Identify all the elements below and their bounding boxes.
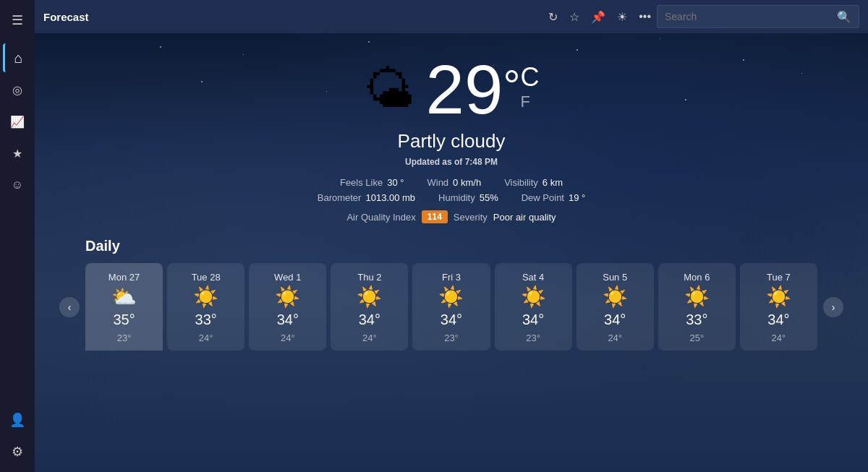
humidity-value: 55% [480,192,498,203]
forecast-day-3[interactable]: Thu 2 ☀️ 34° 24° [331,263,408,351]
day-weather-icon: ☀️ [438,287,464,307]
visibility: Visibility 6 km [504,177,563,188]
day-low-temp: 24° [199,332,213,343]
forecast-day-2[interactable]: Wed 1 ☀️ 34° 24° [249,263,326,351]
brightness-icon[interactable]: ☀ [617,10,627,24]
day-high-temp: 35° [113,312,135,328]
refresh-icon[interactable]: ↻ [548,10,558,24]
day-low-temp: 24° [772,332,786,343]
forecast-day-1[interactable]: Tue 28 ☀️ 33° 24° [167,263,244,351]
barometer-value: 1013.00 mb [365,192,415,203]
day-low-temp: 24° [281,332,295,343]
more-icon[interactable]: ••• [639,10,651,23]
forecast-day-0[interactable]: Mon 27 ⛅ 35° 23° [85,263,163,351]
forecast-day-7[interactable]: Mon 6 ☀️ 33° 25° [658,263,736,351]
weather-area: 🌤 29 ° C F Partly cloudy Updated as of 7… [35,33,868,472]
daily-title: Daily [85,238,817,254]
weather-content: 🌤 29 ° C F Partly cloudy Updated as of 7… [35,33,868,223]
historical-icon: 📈 [10,115,25,129]
fahrenheit-unit[interactable]: F [520,93,539,111]
dew-point-value: 19 ° [569,192,585,203]
forecast-day-6[interactable]: Sun 5 ☀️ 34° 24° [576,263,654,351]
day-name: Mon 27 [109,272,140,283]
aqi-badge: 114 [422,210,448,223]
day-weather-icon: ⛅ [111,287,137,307]
sidebar-item-historical[interactable]: 📈 [3,107,32,136]
carousel-next-button[interactable]: › [823,297,843,317]
titlebar-actions: ↻ ☆ 📌 ☀ ••• [548,10,651,24]
day-high-temp: 33° [686,312,707,328]
feels-like-label: Feels Like [340,177,383,188]
temperature-display: 29 ° C F [426,55,540,124]
sidebar-item-favorites[interactable]: ★ [3,139,32,168]
forecast-day-4[interactable]: Fri 3 ☀️ 34° 23° [412,263,490,351]
day-high-temp: 34° [767,312,789,328]
day-high-temp: 33° [195,312,217,328]
day-low-temp: 24° [362,332,377,343]
app-title: Forecast [43,11,89,23]
sidebar-item-home[interactable]: ⌂ [3,43,32,72]
day-name: Thu 2 [357,272,381,283]
sidebar-item-maps[interactable]: ◎ [3,75,32,104]
maps-icon: ◎ [12,83,22,97]
celsius-unit[interactable]: C [520,62,539,93]
wind-label: Wind [427,177,448,188]
forecast-day-8[interactable]: Tue 7 ☀️ 34° 24° [740,263,817,351]
day-low-temp: 23° [444,332,459,343]
day-name: Mon 6 [684,272,710,283]
forecast-day-5[interactable]: Sat 4 ☀️ 34° 23° [495,263,572,351]
day-weather-icon: ☀️ [275,287,300,307]
barometer: Barometer 1013.00 mb [318,192,415,203]
favorite-icon[interactable]: ☆ [569,10,579,24]
day-low-temp: 24° [608,332,622,343]
home-icon: ⌂ [14,50,22,66]
condition-text: Partly cloudy [398,130,506,153]
day-weather-icon: ☀️ [684,287,710,307]
day-name: Sat 4 [522,272,544,283]
pin-icon[interactable]: 📌 [591,10,605,24]
sidebar-item-account[interactable]: 👤 [3,406,32,434]
day-high-temp: 34° [277,312,299,328]
forecast-days: Mon 27 ⛅ 35° 23° Tue 28 ☀️ 33° 24° Wed 1… [85,263,817,351]
day-name: Fri 3 [442,272,461,283]
severity-value: Poor air quality [493,212,556,223]
barometer-label: Barometer [318,192,362,203]
wind-value: 0 km/h [453,177,481,188]
day-name: Tue 28 [192,272,221,283]
aqi-label: Air Quality Index [346,212,415,223]
day-high-temp: 34° [359,312,380,328]
detail-row-2: Barometer 1013.00 mb Humidity 55% Dew Po… [318,192,586,203]
forecast-carousel: ‹ Mon 27 ⛅ 35° 23° Tue 28 ☀️ 33° 24° Wed… [85,263,817,351]
feels-like: Feels Like 30 ° [340,177,404,188]
account-icon: 👤 [9,412,25,428]
day-high-temp: 34° [604,312,626,328]
carousel-prev-button[interactable]: ‹ [59,297,80,317]
day-high-temp: 34° [522,312,544,328]
day-weather-icon: ☀️ [357,287,382,307]
day-high-temp: 34° [441,312,462,328]
sidebar-item-settings[interactable]: ⚙ [3,437,32,466]
day-name: Wed 1 [274,272,301,283]
day-weather-icon: ☀️ [521,287,546,307]
temperature-value: 29 [426,55,503,124]
degree-symbol: ° [503,61,520,111]
menu-icon: ☰ [12,12,23,28]
weather-details: Feels Like 30 ° Wind 0 km/h Visibility 6… [318,177,586,223]
dew-point: Dew Point 19 ° [522,192,586,203]
dew-point-label: Dew Point [522,192,564,203]
day-low-temp: 23° [117,332,132,343]
settings-icon: ⚙ [12,444,23,460]
severity-label: Severity [454,212,488,223]
day-low-temp: 25° [689,332,704,343]
day-weather-icon: ☀️ [603,287,628,307]
search-bar[interactable]: 🔍 [657,5,859,28]
visibility-label: Visibility [504,177,538,188]
feels-like-value: 30 ° [387,177,404,188]
search-icon[interactable]: 🔍 [837,10,851,24]
sidebar-item-news[interactable]: ☺ [3,171,32,199]
search-input[interactable] [665,11,831,22]
current-weather-icon: 🌤 [364,64,414,115]
day-low-temp: 23° [526,332,540,343]
current-weather: 🌤 29 ° C F [364,55,540,124]
sidebar-item-menu[interactable]: ☰ [3,6,32,35]
